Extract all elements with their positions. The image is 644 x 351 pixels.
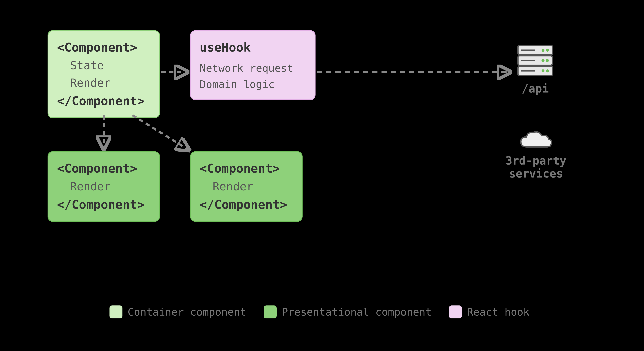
legend: Container component Presentational compo… [110, 306, 530, 318]
svg-point-4 [542, 49, 544, 52]
legend-item-hook: React hook [449, 306, 530, 318]
legend-item-presentational: Presentational component [264, 306, 432, 318]
legend-label: Presentational component [282, 306, 432, 318]
hook-title: useHook [200, 38, 306, 57]
box-tag-close: </Component> [57, 92, 150, 110]
box-body-line: Render [57, 178, 150, 195]
arrow-container-to-pres-right [132, 115, 189, 150]
react-hook-box: useHook Network request Domain logic [190, 30, 316, 100]
legend-label: Container component [128, 306, 246, 318]
services-label: 3rd-party services [501, 154, 570, 180]
svg-point-5 [546, 59, 549, 62]
box-body-line: Render [57, 74, 150, 92]
box-tag-close: </Component> [57, 195, 150, 214]
legend-swatch-hook [449, 306, 462, 318]
box-body-line: Render [200, 178, 293, 195]
legend-swatch-presentational [264, 306, 276, 318]
box-tag-close: </Component> [200, 195, 293, 214]
presentational-component-box: <Component> Render </Component> [190, 151, 302, 222]
container-component-box: <Component> State Render </Component> [48, 30, 160, 118]
cloud-icon [519, 130, 553, 151]
server-icon [516, 43, 555, 78]
services-label-line2: services [509, 167, 563, 180]
api-label: /api [516, 82, 555, 95]
hook-body-line: Domain logic [200, 76, 306, 92]
presentational-component-box: <Component> Render </Component> [48, 151, 160, 222]
box-body-line: State [57, 57, 150, 74]
legend-label: React hook [467, 306, 530, 318]
svg-point-7 [546, 70, 549, 72]
services-label-line1: 3rd-party [506, 154, 566, 167]
box-tag-open: <Component> [200, 159, 293, 178]
legend-item-container: Container component [110, 306, 246, 318]
svg-point-6 [542, 59, 544, 62]
diagram-canvas: <Component> State Render </Component> us… [0, 0, 644, 351]
box-tag-open: <Component> [57, 38, 150, 57]
svg-point-8 [542, 70, 544, 72]
box-tag-open: <Component> [57, 159, 150, 178]
hook-body-line: Network request [200, 60, 306, 76]
svg-point-3 [546, 49, 549, 52]
legend-swatch-container [110, 306, 122, 318]
